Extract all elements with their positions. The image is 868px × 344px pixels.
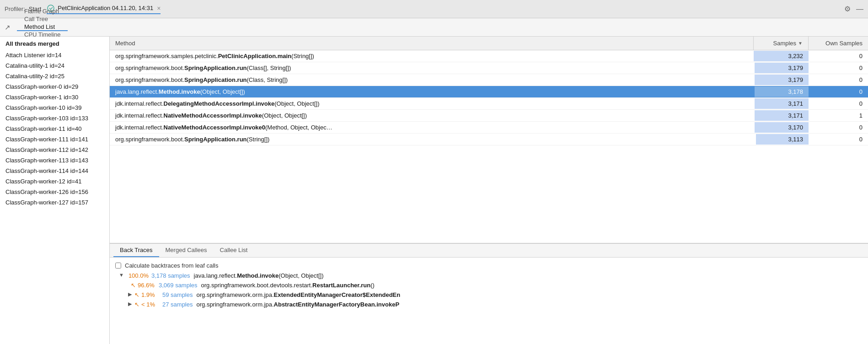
own-cell: 0 [809,98,868,109]
thread-item[interactable]: ClassGraph-worker-127 id=157 [0,197,109,208]
session-close-button[interactable]: × [157,5,161,12]
backtrace-checkbox[interactable] [115,263,121,269]
tab-method-list[interactable]: Method List [17,23,68,31]
method-table: Method Samples ▼ Own Samples org.springf… [110,37,868,243]
trace-method: org.springframework.orm.jpa.ExtendedEnti… [196,291,400,298]
samples-cell: 3,171 [754,110,809,121]
table-header: Method Samples ▼ Own Samples [110,37,868,50]
trace-expand-icon[interactable]: ▶ [128,301,132,307]
trace-rows: ▼ 100.0% 3,178 samples java.lang.reflect… [110,271,868,309]
method-cell: org.springframework.boot.SpringApplicati… [110,134,754,145]
samples-cell: 3,171 [754,98,809,109]
own-cell: 0 [809,86,868,97]
table-row[interactable]: org.springframework.boot.SpringApplicati… [110,62,868,74]
thread-item[interactable]: Catalina-utility-2 id=25 [0,71,109,81]
thread-item[interactable]: Attach Listener id=14 [0,50,109,60]
own-cell: 0 [809,74,868,86]
method-cell: jdk.internal.reflect.NativeMethodAccesso… [110,122,754,133]
col-method: Method [110,37,754,50]
tab-flame-graph[interactable]: Flame Graph [17,8,68,16]
table-row[interactable]: jdk.internal.reflect.NativeMethodAccesso… [110,122,868,134]
main-layout: All threads mergedAttach Listener id=14C… [0,37,868,344]
own-cell: 0 [809,134,868,145]
thread-item[interactable]: ClassGraph-worker-0 id=29 [0,81,109,92]
right-panel: Method Samples ▼ Own Samples org.springf… [110,37,868,344]
table-row[interactable]: java.lang.reflect.Method.invoke(Object, … [110,86,868,98]
bottom-tab-back-traces[interactable]: Back Traces [113,244,159,257]
table-row[interactable]: jdk.internal.reflect.DelegatingMethodAcc… [110,98,868,110]
col-samples: Samples ▼ [754,37,809,50]
trace-arrow-icon: ↖ [134,291,139,298]
backtrace-label: Calculate backtraces from leaf calls [125,262,218,269]
bottom-tab-callee-list[interactable]: Callee List [214,244,254,257]
backtrace-option: Calculate backtraces from leaf calls [110,260,868,271]
thread-item: All threads merged [0,37,109,50]
top-bar: Profiler: Start PetClinicApplication 04.… [0,0,868,18]
trace-samples: 3,178 samples [151,272,190,279]
samples-cell: 3,113 [754,134,809,145]
method-cell: org.springframework.samples.petclinic.Pe… [110,50,754,62]
method-rows: org.springframework.samples.petclinic.Pe… [110,50,868,145]
thread-list: All threads mergedAttach Listener id=14C… [0,37,110,344]
trace-row: ▶ ↖ 1.9% 59 samples org.springframework.… [110,290,868,300]
samples-cell: 3,179 [754,62,809,74]
trace-method: org.springframework.orm.jpa.AbstractEnti… [196,301,399,308]
own-cell: 1 [809,110,868,121]
own-cell: 0 [809,122,868,133]
method-cell: org.springframework.boot.SpringApplicati… [110,74,754,86]
tab-call-tree[interactable]: Call Tree [17,16,68,23]
trace-row: ▼ 100.0% 3,178 samples java.lang.reflect… [110,271,868,280]
tab-bar: ↗ Flame GraphCall TreeMethod ListCPU Tim… [0,18,868,37]
trace-arrow-icon: ↖ [134,301,139,308]
table-row[interactable]: org.springframework.boot.SpringApplicati… [110,134,868,145]
method-cell: jdk.internal.reflect.NativeMethodAccesso… [110,110,754,121]
trace-samples: 27 samples [162,301,193,308]
samples-cell: 3,178 [754,86,809,97]
table-row[interactable]: jdk.internal.reflect.NativeMethodAccesso… [110,110,868,122]
thread-item[interactable]: ClassGraph-worker-126 id=156 [0,187,109,197]
bottom-tab-bar: Back TracesMerged CalleesCallee List [110,244,868,258]
trace-pct: 96.6% [138,282,156,289]
trace-samples: 3,069 samples [159,282,198,289]
bottom-content: Calculate backtraces from leaf calls ▼ 1… [110,258,868,344]
session-name: PetClinicApplication 04.11.20, 14:31 [58,5,153,11]
thread-item[interactable]: ClassGraph-worker-113 id=143 [0,155,109,166]
thread-item[interactable]: ClassGraph-worker-112 id=142 [0,145,109,155]
settings-icon[interactable]: ⚙ [844,5,851,13]
trace-row: ▶ ↖ < 1% 27 samples org.springframework.… [110,300,868,309]
samples-cell: 3,232 [754,50,809,62]
thread-item[interactable]: ClassGraph-worker-1 id=30 [0,92,109,102]
thread-item[interactable]: ClassGraph-worker-111 id=141 [0,134,109,145]
thread-item[interactable]: ClassGraph-worker-12 id=41 [0,176,109,187]
trace-method: org.springframework.boot.devtools.restar… [201,282,375,289]
own-cell: 0 [809,50,868,62]
own-cell: 0 [809,62,868,74]
method-cell: org.springframework.boot.SpringApplicati… [110,62,754,74]
bottom-tab-merged-callees[interactable]: Merged Callees [159,244,214,257]
trace-method: java.lang.reflect.Method.invoke(Object, … [194,272,324,279]
trace-row: ↖ 96.6% 3,069 samples org.springframewor… [110,280,868,290]
samples-cell: 3,170 [754,122,809,133]
trace-samples: 59 samples [162,291,193,298]
trace-pct: 1.9% [141,291,160,298]
trace-expand-icon[interactable]: ▼ [119,272,124,278]
bottom-panel: Back TracesMerged CalleesCallee List Cal… [110,243,868,344]
col-own: Own Samples [809,37,868,50]
samples-cell: 3,179 [754,74,809,86]
thread-item[interactable]: ClassGraph-worker-103 id=133 [0,113,109,124]
thread-item[interactable]: Catalina-utility-1 id=24 [0,60,109,71]
thread-item[interactable]: ClassGraph-worker-114 id=144 [0,166,109,176]
method-cell: jdk.internal.reflect.DelegatingMethodAcc… [110,98,754,109]
external-link-icon[interactable]: ↗ [3,22,12,33]
minimize-icon[interactable]: — [856,5,863,13]
sort-arrow-icon[interactable]: ▼ [798,41,803,46]
method-cell: java.lang.reflect.Method.invoke(Object, … [110,86,754,97]
trace-pct: 100.0% [129,272,149,279]
thread-item[interactable]: ClassGraph-worker-10 id=39 [0,102,109,113]
table-row[interactable]: org.springframework.samples.petclinic.Pe… [110,50,868,62]
thread-item[interactable]: ClassGraph-worker-11 id=40 [0,124,109,134]
trace-expand-icon[interactable]: ▶ [128,291,132,297]
trace-pct: < 1% [141,301,160,308]
table-row[interactable]: org.springframework.boot.SpringApplicati… [110,74,868,86]
trace-arrow-icon: ↖ [131,282,136,289]
